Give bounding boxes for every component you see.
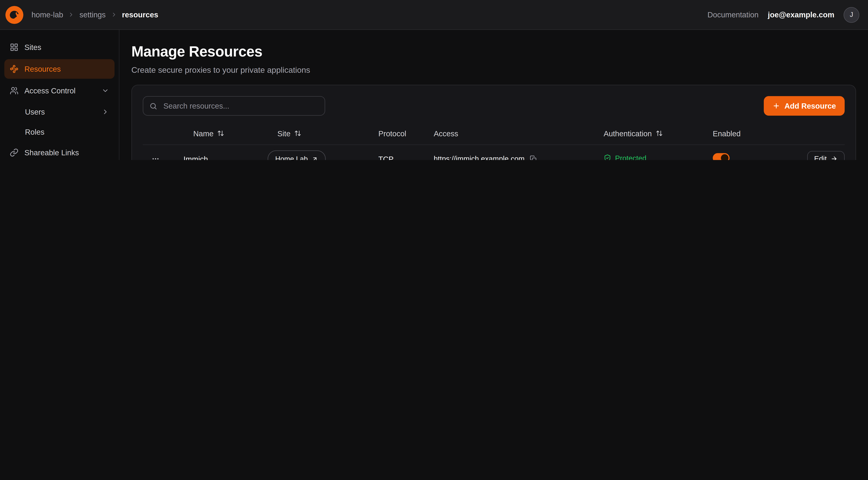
documentation-link[interactable]: Documentation <box>708 10 759 19</box>
authentication-cell: Protected <box>603 154 713 160</box>
sidebar-item-shareable-links[interactable]: Shareable Links <box>4 143 115 160</box>
pangolin-logo-icon <box>5 6 23 24</box>
breadcrumb-org[interactable]: home-lab <box>31 10 63 19</box>
access-cell: https://immich.example.com <box>434 155 603 160</box>
search-icon <box>149 102 157 110</box>
avatar[interactable]: J <box>844 7 859 23</box>
row-menu-button[interactable] <box>143 155 160 160</box>
user-email: joe@example.com <box>768 10 834 19</box>
topbar-right: Documentation joe@example.com J <box>708 7 859 23</box>
protocol-cell: TCP <box>378 155 434 160</box>
column-label: Access <box>434 129 458 138</box>
column-header-protocol: Protocol <box>378 129 434 138</box>
sidebar-item-resources[interactable]: Resources <box>4 59 115 79</box>
sidebar-item-label: Access Control <box>24 86 75 95</box>
column-header-enabled: Enabled <box>713 129 788 138</box>
auth-status-label: Protected <box>615 154 646 160</box>
sidebar-nav: Sites Resources Access Control Users <box>4 37 115 160</box>
search-box <box>143 96 325 116</box>
column-label: Enabled <box>713 129 741 138</box>
chevron-down-icon <box>101 87 109 94</box>
table-header: Name Site Protocol Access <box>143 122 845 145</box>
resource-name: Immich <box>184 155 268 160</box>
topbar: home-lab settings resources Documentatio… <box>0 0 868 30</box>
app-root: home-lab settings resources Documentatio… <box>0 0 868 160</box>
breadcrumb: home-lab settings resources <box>31 10 158 19</box>
copy-button[interactable] <box>530 155 537 160</box>
enabled-cell <box>713 153 788 160</box>
edit-button[interactable]: Edit <box>807 151 845 160</box>
site-link-button[interactable]: Home Lab <box>268 150 326 160</box>
edit-cell: Edit <box>788 151 845 160</box>
table-toolbar: Add Resource <box>143 96 845 116</box>
shield-check-icon <box>603 154 611 160</box>
main-content: Manage Resources Create secure proxies t… <box>119 30 868 160</box>
edit-label: Edit <box>814 155 827 160</box>
sort-icon <box>217 130 224 137</box>
column-header-authentication[interactable]: Authentication <box>603 129 713 138</box>
column-label: Name <box>193 129 214 138</box>
toggle-knob <box>721 154 728 160</box>
column-header-access: Access <box>434 129 603 138</box>
page-subtitle: Create secure proxies to your private ap… <box>131 65 856 74</box>
plus-icon <box>772 102 780 110</box>
column-label: Authentication <box>603 129 652 138</box>
site-name: Home Lab <box>275 155 308 160</box>
add-resource-label: Add Resource <box>784 101 836 110</box>
ellipsis-icon <box>151 155 160 160</box>
enabled-toggle[interactable] <box>713 153 730 160</box>
column-label: Protocol <box>378 129 406 138</box>
sidebar-item-label: Roles <box>25 128 44 136</box>
sidebar-item-roles[interactable]: Roles <box>4 123 115 141</box>
row-menu-cell <box>143 155 184 160</box>
resources-card: Add Resource Name Site <box>131 85 856 160</box>
app-logo-icon[interactable] <box>5 6 23 24</box>
sidebar-item-label: Users <box>25 108 45 116</box>
sidebar-item-label: Resources <box>24 65 61 73</box>
link-icon <box>10 148 19 157</box>
auth-status: Protected <box>603 154 646 160</box>
sidebar: Sites Resources Access Control Users <box>0 30 119 160</box>
breadcrumb-separator-icon <box>111 11 117 18</box>
add-resource-button[interactable]: Add Resource <box>764 96 845 116</box>
table-row: Immich Home Lab TCP https://immich.examp… <box>143 145 845 160</box>
grid-icon <box>10 43 19 52</box>
sort-icon <box>294 130 301 137</box>
arrow-right-icon <box>831 155 838 160</box>
breadcrumb-separator-icon <box>68 11 74 18</box>
search-input[interactable] <box>162 101 319 111</box>
body-row: Sites Resources Access Control Users <box>0 30 868 160</box>
sidebar-item-access-control[interactable]: Access Control <box>4 81 115 100</box>
chevron-right-icon <box>101 108 109 116</box>
breadcrumb-current: resources <box>122 10 158 19</box>
resources-table: Name Site Protocol Access <box>143 122 845 160</box>
sidebar-item-sites[interactable]: Sites <box>4 37 115 57</box>
users-icon <box>10 86 19 95</box>
access-url: https://immich.example.com <box>434 155 525 160</box>
waypoints-icon <box>10 65 19 73</box>
table-body: Immich Home Lab TCP https://immich.examp… <box>143 145 845 160</box>
sidebar-item-users[interactable]: Users <box>4 102 115 121</box>
topbar-left: home-lab settings resources <box>5 6 158 24</box>
sidebar-item-label: Sites <box>24 43 41 52</box>
page-title: Manage Resources <box>131 43 856 60</box>
site-cell: Home Lab <box>268 150 378 160</box>
arrow-up-right-icon <box>312 156 318 160</box>
copy-icon <box>530 155 537 160</box>
breadcrumb-settings[interactable]: settings <box>80 10 106 19</box>
column-header-name[interactable]: Name <box>184 129 268 138</box>
column-label: Site <box>277 129 290 138</box>
column-header-site[interactable]: Site <box>268 129 378 138</box>
sort-icon <box>656 130 663 137</box>
sidebar-item-label: Shareable Links <box>24 148 79 157</box>
